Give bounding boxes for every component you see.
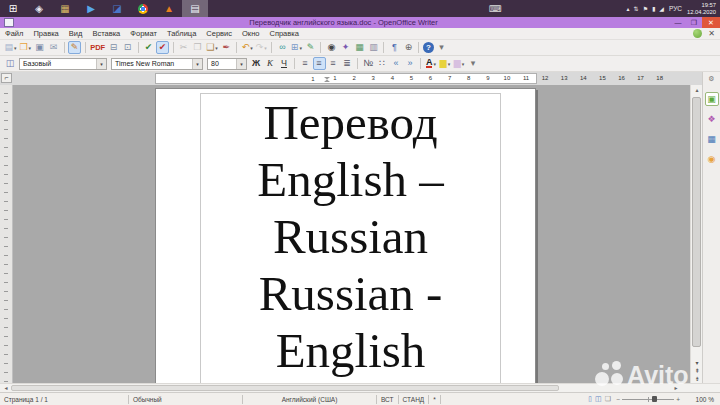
clock[interactable]: 19:57 12.04.2020 [687, 2, 716, 16]
help-button[interactable]: ? [423, 42, 434, 53]
horizontal-ruler[interactable]: 1 123456789101112131415161718 [13, 73, 690, 84]
nonprinting-chars-button[interactable]: ¶ [388, 41, 401, 54]
menu-item[interactable]: Файл [0, 29, 28, 38]
zoom-in-button[interactable]: + [676, 396, 680, 403]
autospellcheck-button[interactable]: ✔ [156, 41, 169, 54]
file-explorer[interactable]: ▦ [52, 0, 78, 17]
styles-panel-button[interactable]: ◫ [4, 57, 17, 70]
vertical-scrollbar-thumb[interactable] [692, 97, 701, 347]
cut-button[interactable]: ✂ [177, 41, 190, 54]
copy-button[interactable]: ❐ [191, 41, 204, 54]
next-page-button[interactable]: ⇟ [694, 375, 699, 383]
status-page-style[interactable]: Обычный [129, 396, 242, 403]
table-button[interactable]: ⊞ [290, 41, 303, 54]
view-book[interactable]: ❏ [605, 395, 611, 403]
start-button[interactable]: ⊞ [0, 0, 26, 17]
photos-app[interactable]: ◪ [104, 0, 130, 17]
openoffice-writer-app[interactable]: ▤ [182, 0, 208, 17]
find-replace-button[interactable]: ◉ [325, 41, 338, 54]
sidebar-settings-icon[interactable]: ⚙ [708, 75, 714, 83]
menu-item[interactable]: Формат [125, 29, 162, 38]
menu-item[interactable]: Справка [264, 29, 303, 38]
sync-icon[interactable]: ⇅ [634, 6, 639, 12]
close-document-button[interactable]: ✕ [708, 29, 715, 38]
view-multi-page[interactable]: ◫ [595, 395, 602, 403]
align-center-button[interactable]: ≡ [313, 57, 326, 70]
increase-indent-button[interactable]: » [404, 57, 417, 70]
menu-item[interactable]: Вид [64, 29, 88, 38]
language-indicator[interactable]: РУС [669, 5, 682, 12]
bullet-list-button[interactable]: ∷ [376, 57, 389, 70]
italic-button[interactable]: К [264, 57, 277, 70]
background-color-button[interactable]: ▆ [453, 57, 466, 70]
media-player-app[interactable]: ▶ [78, 0, 104, 17]
scroll-down-arrow[interactable]: ▾ [695, 359, 698, 367]
maximize-button[interactable]: ❐ [686, 17, 702, 28]
paragraph-style-select[interactable]: Базовый ▾ [19, 58, 107, 70]
horizontal-scrollbar[interactable]: ◂ ▸ [0, 383, 720, 392]
update-notification-icon[interactable] [693, 29, 702, 38]
paste-button[interactable]: ❑ [205, 41, 219, 54]
navigator-button[interactable]: ✦ [339, 41, 352, 54]
toolbar-options-button[interactable]: ▾ [435, 41, 448, 54]
print-button[interactable]: ⊟ [107, 41, 120, 54]
gallery-button[interactable]: ▦ [353, 41, 366, 54]
chrome-app[interactable] [130, 0, 156, 17]
menu-item[interactable]: Сервис [201, 29, 237, 38]
toolbar-options-button-2[interactable]: ▾ [467, 57, 480, 70]
flag-icon[interactable]: ⚑ [643, 6, 648, 12]
status-insert-mode[interactable]: ВСТ [377, 396, 398, 403]
decrease-indent-button[interactable]: « [390, 57, 403, 70]
zoom-button[interactable]: ⊕ [402, 41, 415, 54]
sidebar-tab-properties[interactable]: ▣ [705, 92, 719, 106]
hidden-icons-chevron[interactable]: ▴ [627, 6, 630, 12]
data-sources-button[interactable]: ▥ [367, 41, 380, 54]
bold-button[interactable]: Ж [250, 57, 263, 70]
zoom-slider[interactable]: − + [616, 396, 680, 403]
new-document-button[interactable]: ▤ [4, 41, 18, 54]
draw-functions-button[interactable]: ✎ [304, 41, 317, 54]
status-page-count[interactable]: Страница 1 / 1 [0, 396, 128, 403]
previous-page-button[interactable]: ⇞ [694, 367, 699, 375]
tab-stop-selector[interactable]: ⌐ [1, 73, 12, 83]
menu-item[interactable]: Таблица [162, 29, 201, 38]
status-zoom-value[interactable]: 100 % [684, 396, 720, 403]
minimize-button[interactable]: — [670, 17, 686, 28]
spellcheck-button[interactable]: ✔ [142, 41, 155, 54]
align-left-button[interactable]: ≡ [299, 57, 312, 70]
sidebar-tab-navigator[interactable]: ◉ [705, 152, 719, 166]
open-button[interactable]: ❒ [19, 41, 33, 54]
page-preview-button[interactable]: ⊡ [121, 41, 134, 54]
menu-item[interactable]: Правка [28, 29, 63, 38]
font-color-button[interactable]: А [425, 57, 438, 70]
font-name-select[interactable]: Times New Roman ▾ [111, 58, 203, 70]
horizontal-scrollbar-thumb[interactable] [11, 385, 559, 391]
numbered-list-button[interactable]: № [362, 57, 375, 70]
save-button[interactable]: ▣ [33, 41, 46, 54]
text-frame[interactable]: ПереводEnglish –RussianRussian -English [200, 93, 501, 383]
email-button[interactable]: ✉ [47, 41, 60, 54]
underline-button[interactable]: Ч [278, 57, 291, 70]
format-paintbrush-button[interactable]: ✒ [220, 41, 233, 54]
volume-icon[interactable]: ◢ [659, 6, 664, 12]
sidebar-tab-gallery[interactable]: ▦ [705, 132, 719, 146]
redo-button[interactable]: ↷ [255, 41, 268, 54]
edit-file-button[interactable]: ✎ [68, 41, 81, 54]
close-button[interactable]: ✕ [702, 17, 720, 28]
view-single-page[interactable]: ▯ [588, 395, 592, 403]
battery-icon[interactable]: ▮ [652, 6, 655, 12]
menu-item[interactable]: Вставка [87, 29, 125, 38]
zoom-slider-thumb[interactable] [652, 396, 657, 402]
hyperlink-button[interactable]: ∞ [276, 41, 289, 54]
status-selection-mode[interactable]: СТАНД [399, 396, 429, 403]
vertical-scrollbar[interactable]: ▴ ▾ ⇞ ⇟ [690, 85, 702, 383]
wolf-app[interactable]: ◈ [26, 0, 52, 17]
touch-keyboard-icon[interactable]: ⌨ [489, 0, 502, 17]
zoom-out-button[interactable]: − [616, 396, 620, 403]
menu-item[interactable]: Окно [237, 29, 264, 38]
justify-button[interactable]: ≣ [341, 57, 354, 70]
align-right-button[interactable]: ≡ [327, 57, 340, 70]
vertical-ruler[interactable] [0, 85, 13, 383]
highlighting-button[interactable]: ▆ [439, 57, 452, 70]
export-pdf-button[interactable]: PDF [89, 41, 106, 54]
